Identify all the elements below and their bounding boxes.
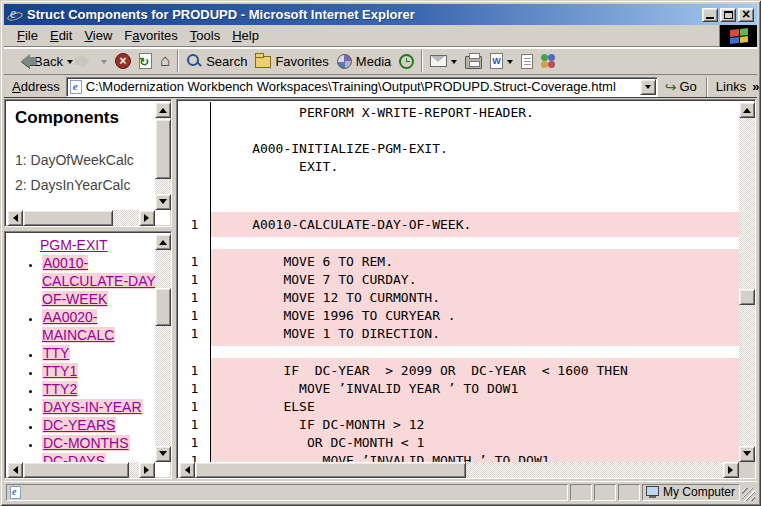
menu-favorites[interactable]: Favorites <box>118 25 183 46</box>
frameset: Components 1: DayOfWeekCalc2: DaysInYear… <box>3 98 758 481</box>
code-line: EXIT. <box>179 158 739 176</box>
edit-button[interactable] <box>486 49 517 73</box>
media-button[interactable]: Media <box>333 49 395 73</box>
code-text: IF DC-MONTH > 12 <box>210 416 739 434</box>
component-item[interactable]: 2: DaysInYearCalc <box>15 173 134 198</box>
components-frame: Components 1: DayOfWeekCalc2: DaysInYear… <box>4 99 172 227</box>
window-controls <box>702 8 754 22</box>
scrollbar-thumb[interactable] <box>195 462 466 478</box>
menu-view[interactable]: View <box>78 25 118 46</box>
links-toolbar[interactable]: Links » <box>710 79 761 94</box>
resize-grip[interactable] <box>742 488 755 501</box>
code-frame: PERFORM X-WRITE-REPORT-HEADER. A000-INIT… <box>176 99 756 479</box>
code-vertical-scrollbar[interactable] <box>739 102 755 462</box>
title-bar[interactable]: Struct Components for PRODUPD - Microsof… <box>4 4 757 25</box>
forward-dropdown-icon[interactable] <box>101 60 107 67</box>
code-text: MOVE 1 TO DIRECTION. <box>210 325 739 343</box>
links-chevron-icon[interactable]: » <box>752 79 759 94</box>
discuss-icon <box>521 54 533 69</box>
close-button[interactable] <box>738 8 754 22</box>
components-horizontal-scrollbar[interactable] <box>7 210 155 226</box>
links-horizontal-scrollbar[interactable] <box>7 462 155 478</box>
partial-link-item[interactable]: PGM-EXIT <box>40 236 169 254</box>
scroll-left-button[interactable] <box>179 462 195 478</box>
component-item[interactable]: 1: DayOfWeekCalc <box>15 148 134 173</box>
scroll-up-button[interactable] <box>155 102 171 118</box>
address-value[interactable]: C:\Modernization Workbench Workspaces\Tr… <box>86 79 657 94</box>
link-list-item: AA0020-MAINCALC <box>42 308 169 344</box>
scrollbar-thumb[interactable] <box>739 289 755 305</box>
links-vertical-scrollbar[interactable] <box>155 234 171 462</box>
scroll-left-button[interactable] <box>7 462 23 478</box>
paragraph-link[interactable]: TTY <box>42 345 70 361</box>
stop-button[interactable] <box>111 49 135 73</box>
code-text <box>210 237 739 249</box>
scrollbar-thumb[interactable] <box>23 210 113 226</box>
menu-edit[interactable]: Edit <box>44 25 78 46</box>
address-field[interactable]: C:\Modernization Workbench Workspaces\Tr… <box>66 77 658 97</box>
home-button[interactable] <box>156 49 174 73</box>
scroll-up-button[interactable] <box>155 234 171 250</box>
back-button[interactable]: Back <box>10 49 77 73</box>
favorites-button[interactable]: Favorites <box>251 49 332 73</box>
scroll-down-button[interactable] <box>739 446 755 462</box>
messenger-button[interactable] <box>537 49 560 73</box>
coverage-count: 1 <box>179 253 210 271</box>
discuss-button[interactable] <box>517 49 537 73</box>
search-button[interactable]: Search <box>182 49 251 73</box>
paragraph-link[interactable]: TTY2 <box>42 381 78 397</box>
scrollbar-thumb[interactable] <box>23 462 129 478</box>
mail-dropdown-icon[interactable] <box>451 60 457 67</box>
back-label: Back <box>34 54 63 69</box>
address-dropdown-button[interactable] <box>640 79 656 95</box>
arrow-right-icon <box>144 466 153 474</box>
mail-button[interactable] <box>426 49 461 73</box>
code-horizontal-scrollbar[interactable] <box>179 462 739 478</box>
scroll-down-button[interactable] <box>155 446 171 462</box>
coverage-count <box>179 158 210 176</box>
go-button[interactable]: Go <box>658 76 704 98</box>
paragraph-link[interactable]: PGM-EXIT <box>40 237 108 253</box>
edit-dropdown-icon[interactable] <box>507 60 513 67</box>
components-vertical-scrollbar[interactable] <box>155 102 171 210</box>
scroll-right-button[interactable] <box>723 462 739 478</box>
refresh-button[interactable] <box>135 49 156 73</box>
scroll-right-button[interactable] <box>139 210 155 226</box>
page-icon <box>70 80 82 94</box>
print-button[interactable] <box>461 49 486 73</box>
status-pane <box>618 484 640 501</box>
scroll-right-button[interactable] <box>139 462 155 478</box>
arrow-left-icon <box>9 466 18 474</box>
link-list-item: TTY1 <box>42 362 169 380</box>
code-text: MOVE 12 TO CURMONTH. <box>210 289 739 307</box>
scrollbar-thumb[interactable] <box>155 288 171 326</box>
maximize-button[interactable] <box>720 8 736 22</box>
back-dropdown-icon[interactable] <box>67 60 73 67</box>
forward-button[interactable] <box>77 49 111 73</box>
code-line: 1 MOVE ’INVALID MONTH ’ TO DOW1 <box>179 452 739 462</box>
scrollbar-thumb[interactable] <box>155 119 171 179</box>
ie-page-icon <box>10 486 21 499</box>
paragraph-link[interactable]: DC-MONTHS <box>42 435 130 451</box>
windows-logo-icon <box>719 25 757 47</box>
code-line: 1 ELSE <box>179 398 739 416</box>
scroll-left-button[interactable] <box>7 210 23 226</box>
code-text: OR DC-MONTH < 1 <box>210 434 739 452</box>
back-icon <box>14 54 30 68</box>
paragraph-link[interactable]: AA0020-MAINCALC <box>42 309 115 343</box>
paragraph-link[interactable]: A0010-CALCULATE-DAY-OF-WEEK <box>42 255 159 307</box>
paragraph-links-frame: PGM-EXIT A0010-CALCULATE-DAY-OF-WEEKAA00… <box>4 231 172 479</box>
chevron-down-icon <box>645 85 651 92</box>
menu-help[interactable]: Help <box>226 25 265 46</box>
history-button[interactable] <box>395 49 418 73</box>
minimize-button[interactable] <box>702 8 718 22</box>
menu-file[interactable]: File <box>11 25 44 46</box>
menu-tools[interactable]: Tools <box>184 25 226 46</box>
paragraph-link[interactable]: TTY1 <box>42 363 78 379</box>
paragraph-link[interactable]: DC-YEARS <box>42 417 116 433</box>
scroll-down-button[interactable] <box>155 194 171 210</box>
status-bar: My Computer <box>4 481 757 502</box>
scroll-up-button[interactable] <box>739 102 755 118</box>
paragraph-link[interactable]: DAYS-IN-YEAR <box>42 399 143 415</box>
code-line: PERFORM X-WRITE-REPORT-HEADER. <box>179 104 739 122</box>
